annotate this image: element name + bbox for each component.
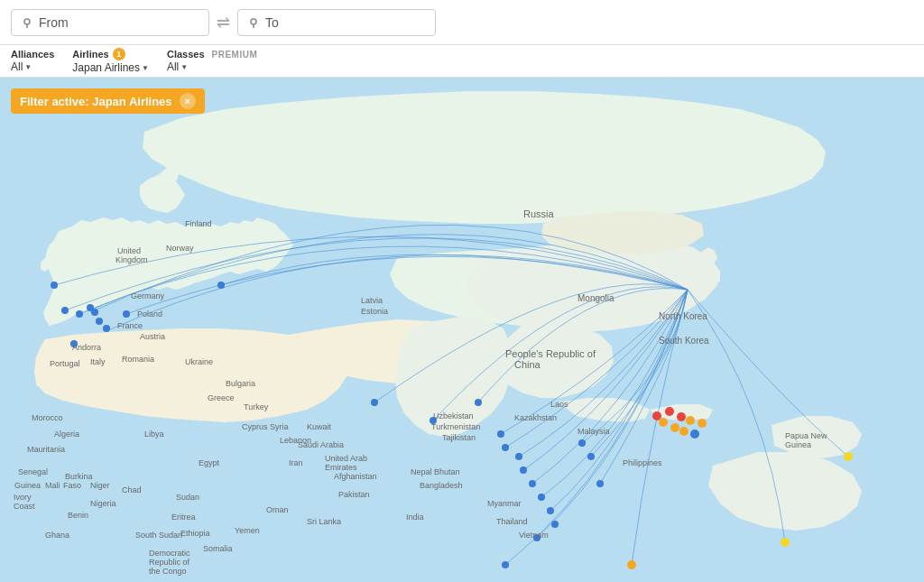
svg-text:People's Republic of: People's Republic of	[505, 348, 596, 359]
alliances-dropdown[interactable]: All ▼	[11, 60, 54, 73]
filter-bar: Alliances All ▼ Airlines 1 Japan Airline…	[0, 45, 924, 78]
svg-text:Faso: Faso	[63, 481, 81, 490]
route-dot	[578, 439, 586, 447]
from-label: From	[39, 15, 69, 30]
svg-point-0	[24, 19, 30, 24]
svg-text:Poland: Poland	[137, 309, 162, 319]
route-dot-highlight	[698, 419, 707, 428]
route-dot	[538, 494, 545, 501]
classes-filter: Classes PREMIUM All ▼	[167, 49, 257, 73]
svg-text:Nepal Bhutan: Nepal Bhutan	[411, 467, 460, 476]
route-dot	[96, 318, 103, 325]
svg-text:South Sudan: South Sudan	[135, 531, 182, 540]
svg-text:Greece: Greece	[208, 393, 235, 402]
svg-text:Ghana: Ghana	[45, 531, 69, 540]
route-dot	[103, 325, 110, 332]
svg-text:Emirates: Emirates	[325, 463, 357, 472]
svg-text:Russia: Russia	[523, 208, 555, 219]
svg-text:Ethiopia: Ethiopia	[180, 529, 210, 538]
swap-button[interactable]: ⇌	[217, 13, 230, 32]
svg-text:Tajikistan: Tajikistan	[442, 433, 476, 442]
remove-filter-button[interactable]: ×	[180, 93, 196, 109]
svg-text:United: United	[117, 246, 141, 255]
svg-text:Mongolia: Mongolia	[578, 293, 614, 303]
route-dot	[502, 561, 509, 568]
svg-text:Papua New: Papua New	[785, 431, 827, 440]
svg-text:South Korea: South Korea	[659, 336, 709, 346]
svg-text:Turkmenistan: Turkmenistan	[431, 422, 480, 431]
svg-text:Philippines: Philippines	[623, 458, 662, 467]
svg-text:Nigeria: Nigeria	[90, 499, 116, 508]
svg-text:Niger: Niger	[90, 481, 110, 490]
svg-text:Somalia: Somalia	[203, 544, 233, 553]
route-dot	[371, 399, 378, 406]
airlines-label: Airlines	[72, 49, 108, 60]
route-dot	[547, 507, 554, 514]
route-dot	[217, 282, 225, 289]
svg-text:Norway: Norway	[166, 244, 194, 253]
route-dot	[123, 310, 130, 318]
svg-text:Vietnam: Vietnam	[519, 531, 549, 540]
svg-text:Guinea: Guinea	[14, 481, 41, 490]
svg-text:Sudan: Sudan	[176, 493, 199, 502]
svg-text:Romania: Romania	[122, 355, 154, 364]
route-dot	[91, 309, 98, 316]
to-label: To	[265, 15, 279, 30]
svg-text:Andorra: Andorra	[72, 343, 101, 352]
close-icon: ×	[184, 96, 189, 106]
svg-text:the Congo: the Congo	[149, 567, 187, 576]
route-dot	[497, 430, 504, 438]
world-map: Russia Mongolia People's Republic of Chi…	[0, 78, 924, 582]
classes-label-group: Classes PREMIUM	[167, 49, 257, 60]
airlines-badge: 1	[113, 48, 125, 60]
svg-text:Guinea: Guinea	[785, 440, 811, 449]
alliances-value: All	[11, 60, 23, 73]
svg-text:Kazakhstan: Kazakhstan	[514, 413, 557, 422]
svg-text:France: France	[117, 321, 143, 330]
svg-text:Ukraine: Ukraine	[185, 357, 213, 366]
airlines-label-group: Airlines 1	[72, 48, 149, 60]
svg-text:Uzbekistan: Uzbekistan	[433, 411, 474, 420]
svg-text:Estonia: Estonia	[361, 307, 388, 316]
svg-text:North Korea: North Korea	[659, 311, 707, 321]
alliances-chevron-icon: ▼	[24, 63, 32, 71]
route-dot	[76, 310, 83, 318]
svg-text:Pakistan: Pakistan	[338, 490, 370, 499]
svg-text:Democratic: Democratic	[149, 549, 190, 558]
route-dot	[51, 282, 58, 289]
classes-chevron-icon: ▼	[180, 63, 188, 71]
route-dot	[551, 521, 559, 528]
from-field[interactable]: From	[11, 9, 209, 36]
svg-text:Morocco: Morocco	[32, 413, 63, 422]
location-from-icon	[21, 16, 33, 29]
svg-text:Chad: Chad	[122, 485, 142, 494]
route-dot	[515, 453, 522, 460]
svg-text:Saudi Arabia: Saudi Arabia	[298, 440, 344, 449]
classes-dropdown[interactable]: All ▼	[167, 60, 257, 73]
svg-text:Austria: Austria	[140, 332, 165, 341]
airlines-chevron-icon: ▼	[142, 64, 149, 72]
route-dot-highlight	[686, 416, 695, 425]
svg-text:Myanmar: Myanmar	[487, 499, 522, 508]
route-dot	[520, 467, 527, 474]
svg-text:Republic of: Republic of	[149, 558, 190, 567]
svg-text:United Arab: United Arab	[325, 454, 367, 463]
airlines-dropdown[interactable]: Japan Airlines ▼	[72, 61, 149, 74]
route-dot	[475, 399, 482, 406]
route-dot-pacific	[844, 452, 853, 461]
svg-text:Senegal: Senegal	[18, 467, 48, 476]
route-dot-pacific	[627, 560, 636, 569]
svg-text:Cyprus Syria: Cyprus Syria	[242, 422, 289, 431]
svg-text:Oman: Oman	[266, 505, 289, 514]
search-bar: From ⇌ To	[0, 0, 924, 45]
classes-sublabel: PREMIUM	[212, 50, 258, 60]
to-field[interactable]: To	[237, 9, 436, 36]
svg-text:Mauritania: Mauritania	[27, 445, 65, 454]
svg-text:Malaysia: Malaysia	[578, 427, 610, 436]
svg-text:Portugal: Portugal	[50, 359, 80, 368]
classes-label: Classes	[167, 49, 205, 60]
svg-text:Turkey: Turkey	[244, 402, 269, 411]
svg-text:Thailand: Thailand	[496, 517, 528, 526]
svg-text:Egypt: Egypt	[199, 458, 220, 467]
location-to-icon	[247, 16, 260, 29]
